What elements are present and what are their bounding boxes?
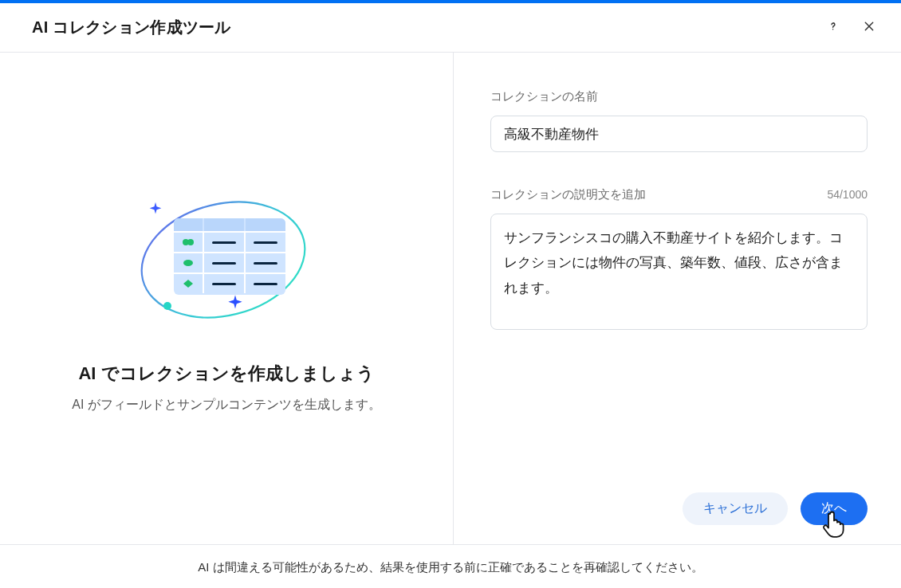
disclaimer-text: AI は間違える可能性があるため、結果を使用する前に正確であることを再確認してく… (198, 560, 702, 575)
left-heading: AI でコレクションを作成しましょう (78, 362, 374, 386)
left-pane: AI でコレクションを作成しましょう AI がフィールドとサンプルコンテンツを生… (0, 53, 454, 544)
sparkle-icon (225, 293, 246, 314)
char-count: 54/1000 (827, 188, 868, 201)
help-icon (826, 19, 840, 36)
dialog-body: AI でコレクションを作成しましょう AI がフィールドとサンプルコンテンツを生… (0, 53, 901, 544)
svg-point-7 (187, 239, 194, 245)
dialog-footer: AI は間違える可能性があるため、結果を使用する前に正確であることを再確認してく… (0, 544, 901, 588)
close-button[interactable] (860, 17, 879, 38)
next-button[interactable]: 次へ (801, 492, 868, 525)
svg-point-5 (163, 302, 171, 310)
svg-point-1 (832, 29, 834, 30)
header-actions (823, 16, 879, 39)
help-button[interactable] (823, 16, 844, 39)
table-card-icon (174, 218, 285, 295)
dialog-button-row: キャンセル 次へ (683, 492, 868, 525)
collection-desc-label: コレクションの説明文を追加 (490, 187, 646, 202)
left-subtext: AI がフィールドとサンプルコンテンツを生成します。 (72, 397, 381, 414)
collection-illustration (131, 183, 322, 335)
cancel-button[interactable]: キャンセル (683, 492, 788, 525)
name-field-group: コレクションの名前 (490, 89, 868, 152)
sparkle-icon (147, 201, 164, 218)
description-field-group: コレクションの説明文を追加 54/1000 (490, 187, 868, 333)
collection-name-label: コレクションの名前 (490, 89, 598, 104)
svg-point-8 (183, 260, 193, 266)
dialog-title: AI コレクション作成ツール (32, 17, 231, 38)
right-pane: コレクションの名前 コレクションの説明文を追加 54/1000 キャンセル 次へ (454, 53, 901, 544)
close-icon (863, 20, 875, 35)
collection-name-input[interactable] (490, 116, 868, 152)
svg-marker-9 (183, 280, 193, 288)
collection-desc-textarea[interactable] (490, 214, 868, 330)
dialog-header: AI コレクション作成ツール (0, 3, 901, 53)
